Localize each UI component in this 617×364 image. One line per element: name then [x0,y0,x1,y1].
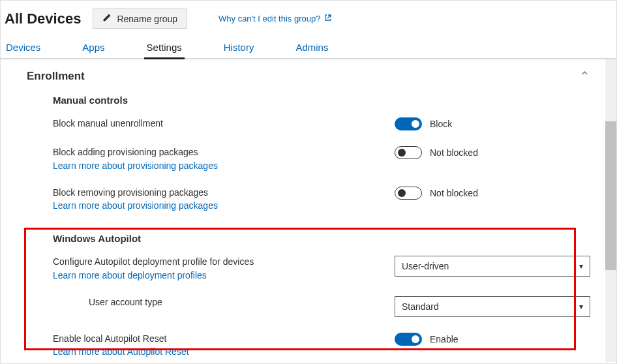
chevron-down-icon: ▾ [579,302,583,311]
section-title-enrollment: Enrollment [27,70,85,83]
scrollbar-thumb[interactable] [605,121,616,270]
chevron-down-icon: ▾ [579,262,583,271]
why-cant-edit-link[interactable]: Why can't I edit this group? [218,14,332,23]
toggle-block-unenrollment[interactable] [395,117,422,130]
dropdown-account-type[interactable]: Standard ▾ [395,296,590,317]
rename-group-button[interactable]: Rename group [93,8,187,29]
label-block-unenrollment: Block manual unenrollment [53,117,382,130]
subsection-manual-controls: Manual controls [1,91,616,114]
subsection-autopilot: Windows Autopilot [1,229,616,252]
label-autopilot-profile: Configure Autopilot deployment profile f… [53,256,382,269]
edit-link-text: Why can't I edit this group? [218,14,320,23]
dropdown-account-value: Standard [402,301,439,312]
tab-history[interactable]: History [222,38,256,58]
tab-admins[interactable]: Admins [294,38,329,58]
page-title: All Devices [5,10,81,27]
label-block-remove-packages: Block removing provisioning packages [53,187,382,200]
state-autopilot-reset: Enable [430,334,459,344]
toggle-block-add-packages[interactable] [395,146,422,159]
pencil-icon [102,13,112,24]
tab-devices[interactable]: Devices [5,38,42,58]
link-learn-provisioning-1[interactable]: Learn more about provisioning packages [53,160,218,171]
dropdown-autopilot-profile[interactable]: User-driven ▾ [395,256,590,277]
tab-apps[interactable]: Apps [81,38,106,58]
label-user-account-type: User account type [89,296,382,309]
link-learn-provisioning-2[interactable]: Learn more about provisioning packages [53,200,218,211]
rename-label: Rename group [117,14,177,24]
state-block-add-packages: Not blocked [430,147,478,158]
tab-settings[interactable]: Settings [145,38,183,58]
link-learn-deployment-profiles[interactable]: Learn more about deployment profiles [53,270,207,281]
state-block-remove-packages: Not blocked [430,188,478,198]
dropdown-autopilot-value: User-driven [402,261,449,271]
popout-icon [324,14,332,23]
state-block-unenrollment: Block [430,119,452,129]
label-autopilot-reset: Enable local Autopilot Reset [53,333,382,346]
link-learn-autopilot-reset[interactable]: Learn more about Autopilot Reset [53,346,189,357]
tab-bar: Devices Apps Settings History Admins [1,35,616,59]
chevron-up-icon[interactable]: ⌃ [579,68,590,84]
toggle-autopilot-reset[interactable] [395,333,422,346]
toggle-block-remove-packages[interactable] [395,187,422,200]
label-block-add-packages: Block adding provisioning packages [53,146,382,159]
